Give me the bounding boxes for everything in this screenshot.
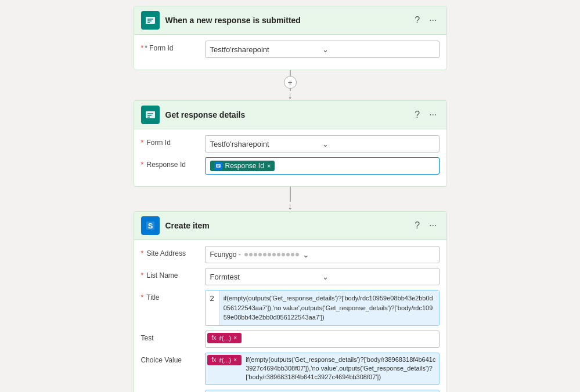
trigger-body: ** Form Id Testfo'rsharepoint ⌄ <box>134 35 446 70</box>
get-response-body: * Form Id Testfo'rsharepoint ⌄ * Respons… <box>134 129 446 186</box>
get-response-responseid-row: * Response Id Response <box>141 157 439 175</box>
get-response-responseid-label: * Response Id <box>141 157 205 169</box>
choice-label: Choice Value <box>141 353 205 364</box>
trigger-card: When a new response is submitted ? ··· *… <box>134 6 447 70</box>
create-item-title: Create item <box>165 221 413 230</box>
get-response-card: Get response details ? ··· * Form Id Tes… <box>134 100 447 187</box>
trigger-help-btn[interactable]: ? <box>412 14 422 27</box>
choice-pill-remove[interactable]: × <box>233 357 237 363</box>
svg-rect-8 <box>216 164 221 168</box>
title-left-value: 2 <box>206 291 219 325</box>
trigger-formid-control: Testfo'rsharepoint ⌄ <box>205 41 439 58</box>
create-item-more-btn[interactable]: ··· <box>427 219 439 232</box>
flow-canvas: When a new response is submitted ? ··· *… <box>0 0 580 392</box>
get-response-formid-control: Testfo'rsharepoint ⌄ <box>205 135 439 153</box>
choice-pill-icon: fx <box>212 357 217 363</box>
trigger-formid-select[interactable]: Testfo'rsharepoint ⌄ <box>205 41 439 58</box>
title-row: * Title 2 if(empty(outputs('Get_response… <box>141 290 439 326</box>
connector-2: ↓ <box>288 187 293 211</box>
get-response-formid-row: * Form Id Testfo'rsharepoint ⌄ <box>141 135 439 153</box>
list-name-control: Formtest ⌄ <box>205 268 439 285</box>
get-response-more-btn[interactable]: ··· <box>427 108 439 121</box>
choice-expr-pill: fx if(...) × <box>207 355 242 365</box>
trigger-icon <box>141 11 160 30</box>
response-id-tag: Response Id × <box>210 161 275 171</box>
site-address-dots <box>244 253 299 256</box>
test-label: Test <box>141 331 205 342</box>
date-row: Date fx if(...) × if(empty(outputs('Get_… <box>141 390 439 392</box>
test-expr-pill: fx if(...) × <box>207 333 242 343</box>
test-pill-remove[interactable]: × <box>233 335 237 341</box>
svg-rect-4 <box>146 111 155 118</box>
connector-2-line <box>290 187 291 202</box>
choice-expr-text: if(empty(outputs('Get_response_details')… <box>243 353 438 384</box>
trigger-formid-row: ** Form Id Testfo'rsharepoint ⌄ <box>141 41 439 58</box>
list-name-select[interactable]: Formtest ⌄ <box>205 268 439 285</box>
get-response-icon <box>141 106 160 124</box>
add-step-btn-1[interactable]: + <box>284 76 297 89</box>
get-response-header: Get response details ? ··· <box>134 101 446 129</box>
create-item-icon: S <box>141 216 160 235</box>
site-address-select[interactable]: Fcunygo - ⌄ <box>205 246 439 263</box>
choice-row: Choice Value fx if(...) × if(empty(outpu… <box>141 353 439 385</box>
site-address-row: * Site Address Fcunygo - ⌄ <box>141 246 439 263</box>
get-response-formid-label: * Form Id <box>141 135 205 147</box>
get-response-title: Get response details <box>165 110 413 119</box>
list-name-row: * List Name Formtest ⌄ <box>141 268 439 285</box>
create-item-actions: ? ··· <box>412 219 439 232</box>
get-response-responseid-tagbox[interactable]: Response Id × <box>205 157 439 175</box>
trigger-formid-arrow: ⌄ <box>322 45 434 54</box>
title-field[interactable]: 2 if(empty(outputs('Get_response_details… <box>205 290 439 326</box>
get-response-help-btn[interactable]: ? <box>412 108 422 121</box>
site-address-prefix: Fcunygo - <box>210 251 241 259</box>
connector-2-arrow: ↓ <box>288 202 293 211</box>
get-response-responseid-control: Response Id × <box>205 157 439 175</box>
get-response-formid-arrow: ⌄ <box>322 140 434 148</box>
title-label: * Title <box>141 290 205 302</box>
trigger-card-header: When a new response is submitted ? ··· <box>134 6 446 35</box>
create-item-card: S Create item ? ··· * Site Address Fcuny… <box>134 211 447 392</box>
trigger-formid-label: ** Form Id <box>141 41 205 52</box>
date-control: fx if(...) × if(empty(outputs('Get_respo… <box>205 390 439 392</box>
choice-pill-text: if(...) <box>218 357 231 364</box>
list-name-arrow: ⌄ <box>322 273 434 281</box>
create-item-header: S Create item ? ··· <box>134 212 446 240</box>
site-address-control: Fcunygo - ⌄ <box>205 246 439 263</box>
test-control[interactable]: fx if(...) × <box>205 331 439 348</box>
get-response-formid-select[interactable]: Testfo'rsharepoint ⌄ <box>205 135 439 153</box>
svg-text:S: S <box>147 222 153 230</box>
get-response-actions: ? ··· <box>412 108 439 121</box>
create-item-help-btn[interactable]: ? <box>412 219 422 232</box>
test-pill-icon: fx <box>212 335 217 341</box>
svg-rect-0 <box>146 17 155 24</box>
response-id-remove[interactable]: × <box>267 162 271 169</box>
trigger-more-btn[interactable]: ··· <box>427 14 439 27</box>
choice-expr-box[interactable]: fx if(...) × if(empty(outputs('Get_respo… <box>205 353 439 385</box>
connector-1-arrow: ↓ <box>288 91 293 100</box>
list-name-label: * List Name <box>141 268 205 280</box>
test-pill-text: if(...) <box>218 335 231 342</box>
choice-control: fx if(...) × if(empty(outputs('Get_respo… <box>205 353 439 385</box>
connector-1: + ↓ <box>288 70 293 100</box>
site-address-arrow: ⌄ <box>302 250 309 259</box>
date-label: Date <box>141 390 205 392</box>
date-expr-box[interactable]: fx if(...) × if(empty(outputs('Get_respo… <box>205 390 439 392</box>
trigger-title: When a new response is submitted <box>165 16 413 25</box>
create-item-body: * Site Address Fcunygo - ⌄ <box>134 240 446 392</box>
site-address-label: * Site Address <box>141 246 205 257</box>
response-id-tag-icon <box>214 162 222 170</box>
trigger-actions: ? ··· <box>412 14 439 27</box>
test-row: Test fx if(...) × <box>141 331 439 348</box>
title-expr: if(empty(outputs('Get_response_details')… <box>219 291 439 325</box>
